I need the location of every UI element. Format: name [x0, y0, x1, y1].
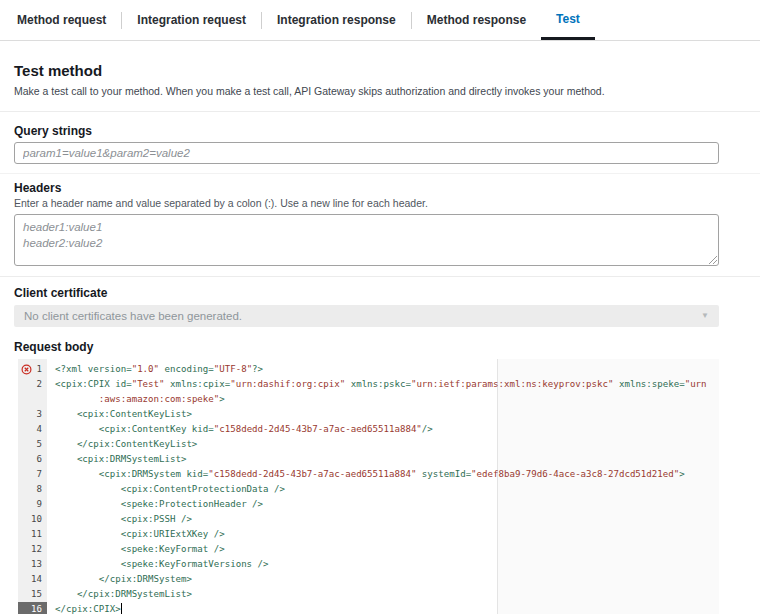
code-tag: <cpix:ContentKey kid=	[55, 424, 214, 434]
line-number: 7	[18, 467, 47, 482]
client-certificate-selected-option: No client certificates have been generat…	[24, 310, 242, 322]
code-row: 12 <speke:KeyFormat />	[18, 542, 719, 557]
request-body-section: Request body	[0, 327, 760, 354]
code-string: "urn:ietf:params:xml:ns:keyprov:pskc"	[411, 379, 614, 389]
line-number: 1	[18, 362, 47, 377]
page-title: Test method	[14, 62, 719, 79]
code-tag: <speke:KeyFormat />	[55, 544, 225, 554]
tab-integration-request[interactable]: Integration request	[122, 0, 261, 40]
line-number: 12	[18, 542, 47, 557]
tab-method-request[interactable]: Method request	[2, 0, 121, 40]
request-body-label: Request body	[14, 340, 719, 354]
headers-textarea[interactable]	[14, 214, 719, 266]
code-tag: <cpix:ContentProtectionData />	[55, 484, 285, 494]
code-row: 4 <cpix:ContentKey kid="c158dedd-2d45-43…	[18, 422, 719, 437]
tab-integration-response[interactable]: Integration response	[262, 0, 411, 40]
code-row: 7 <cpix:DRMSystem kid="c158dedd-2d45-43b…	[18, 467, 719, 482]
code-tag: xmlns:cpix=	[165, 379, 231, 389]
code-tag: >	[679, 469, 684, 479]
code-line[interactable]: <cpix:DRMSystemList>	[47, 452, 719, 467]
code-tag: <cpix:DRMSystem kid=	[55, 469, 208, 479]
headers-label: Headers	[14, 181, 719, 195]
code-line[interactable]: <cpix:URIExtXKey />	[47, 527, 719, 542]
code-string: "c158dedd-2d45-43b7-a7ac-aed65511a884"	[208, 469, 416, 479]
code-tag: <cpix:PSSH />	[55, 514, 192, 524]
headers-textarea-wrap	[14, 214, 719, 266]
code-tag: </cpix:CPIX>	[55, 604, 121, 614]
line-number: 16	[18, 602, 47, 614]
code-string: "c158dedd-2d45-43b7-a7ac-aed65511a884"	[214, 424, 422, 434]
error-icon	[21, 364, 32, 375]
code-line[interactable]: :aws:amazon:com:speke">	[47, 392, 719, 407]
tab-bar: Method requestIntegration requestIntegra…	[0, 0, 760, 41]
code-row: 11 <cpix:URIExtXKey />	[18, 527, 719, 542]
code-line[interactable]: <?xml version="1.0" encoding="UTF-8"?>	[47, 362, 719, 377]
intro-section: Test method Make a test call to your met…	[0, 41, 760, 111]
code-line[interactable]: <cpix:ContentProtectionData />	[47, 482, 719, 497]
code-line[interactable]: <cpix:PSSH />	[47, 512, 719, 527]
line-number: 3	[18, 407, 47, 422]
code-line[interactable]: </cpix:DRMSystemList>	[47, 587, 719, 602]
code-tag: <cpix:URIExtXKey />	[55, 529, 225, 539]
code-row: 13 <speke:KeyFormatVersions />	[18, 557, 719, 572]
line-number: 4	[18, 422, 47, 437]
line-number: 5	[18, 437, 47, 452]
code-line[interactable]: </cpix:DRMSystem>	[47, 572, 719, 587]
code-line[interactable]: <speke:ProtectionHeader />	[47, 497, 719, 512]
query-strings-input[interactable]	[14, 142, 719, 164]
code-row: 3 <cpix:ContentKeyList>	[18, 407, 719, 422]
client-certificate-label: Client certificate	[14, 286, 719, 300]
code-line[interactable]: <speke:KeyFormatVersions />	[47, 557, 719, 572]
line-number: 8	[18, 482, 47, 497]
code-string: "urn:dashif:org:cpix"	[230, 379, 345, 389]
line-number: 14	[18, 572, 47, 587]
code-line[interactable]: </cpix:ContentKeyList>	[47, 437, 719, 452]
code-line[interactable]: <speke:KeyFormat />	[47, 542, 719, 557]
code-tag: <cpix:ContentKeyList>	[55, 409, 192, 419]
code-row: 2<cpix:CPIX id="Test" xmlns:cpix="urn:da…	[18, 377, 719, 392]
code-tag: systemId=	[416, 469, 471, 479]
line-number	[18, 392, 47, 407]
code-rows: 1<?xml version="1.0" encoding="UTF-8"?>2…	[18, 359, 719, 614]
code-string: :aws:amazon:com:speke"	[99, 394, 219, 404]
code-row: 14 </cpix:DRMSystem>	[18, 572, 719, 587]
query-strings-section: Query strings	[0, 112, 760, 173]
code-row: 6 <cpix:DRMSystemList>	[18, 452, 719, 467]
line-number: 9	[18, 497, 47, 512]
headers-section: Headers Enter a header name and value se…	[0, 174, 760, 276]
code-row: 8 <cpix:ContentProtectionData />	[18, 482, 719, 497]
line-number: 2	[18, 377, 47, 392]
code-tag: encoding=	[159, 364, 214, 374]
code-line[interactable]: </cpix:CPIX>	[47, 602, 719, 614]
code-row: 5 </cpix:ContentKeyList>	[18, 437, 719, 452]
query-strings-label: Query strings	[14, 124, 719, 138]
chevron-down-icon: ▼	[701, 312, 709, 320]
code-row: 15 </cpix:DRMSystemList>	[18, 587, 719, 602]
code-line[interactable]: <cpix:ContentKeyList>	[47, 407, 719, 422]
code-string: "1.0"	[132, 364, 159, 374]
line-number: 11	[18, 527, 47, 542]
code-tag: </cpix:DRMSystem>	[55, 574, 192, 584]
code-tag: <?xml version=	[55, 364, 132, 374]
text-cursor	[121, 603, 123, 614]
line-number: 10	[18, 512, 47, 527]
line-number: 15	[18, 587, 47, 602]
tab-method-response[interactable]: Method response	[412, 0, 541, 40]
code-row: 16</cpix:CPIX>	[18, 602, 719, 614]
code-text	[55, 394, 99, 404]
code-string: "edef8ba9-79d6-4ace-a3c8-27dcd51d21ed"	[471, 469, 679, 479]
code-line[interactable]: <cpix:DRMSystem kid="c158dedd-2d45-43b7-…	[47, 467, 719, 482]
code-line[interactable]: <cpix:CPIX id="Test" xmlns:cpix="urn:das…	[47, 377, 719, 392]
code-row: 10 <cpix:PSSH />	[18, 512, 719, 527]
page: Method requestIntegration requestIntegra…	[0, 0, 760, 614]
headers-description: Enter a header name and value separated …	[14, 197, 719, 209]
tab-test[interactable]: Test	[541, 0, 595, 40]
code-tag: >	[219, 394, 224, 404]
code-string: "urn	[685, 379, 707, 389]
code-line[interactable]: <cpix:ContentKey kid="c158dedd-2d45-43b7…	[47, 422, 719, 437]
code-string: "Test"	[132, 379, 165, 389]
client-certificate-select[interactable]: No client certificates have been generat…	[14, 305, 719, 327]
code-row: :aws:amazon:com:speke">	[18, 392, 719, 407]
request-body-editor[interactable]: 1<?xml version="1.0" encoding="UTF-8"?>2…	[18, 359, 719, 614]
code-tag: xmlns:speke=	[613, 379, 684, 389]
